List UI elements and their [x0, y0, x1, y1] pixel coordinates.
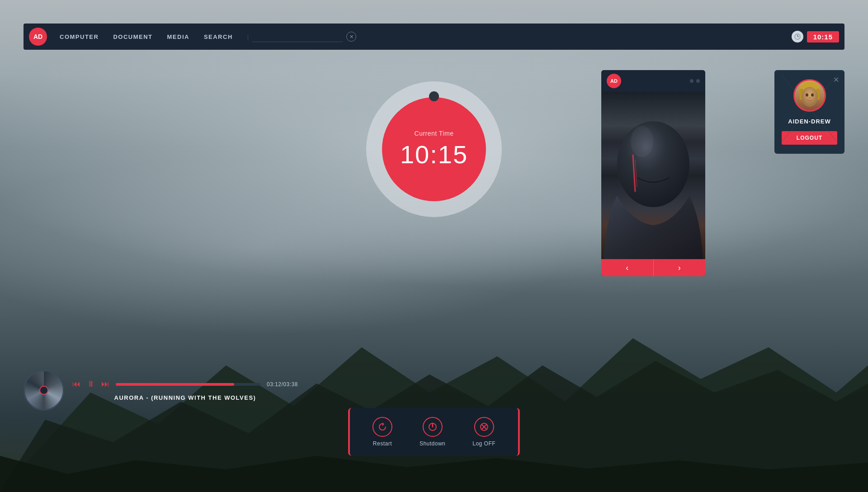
nav-media[interactable]: MEDIA: [167, 33, 189, 40]
viewer-dot-1: [690, 79, 693, 83]
shutdown-icon: [423, 417, 443, 437]
logoff-icon: [474, 417, 494, 437]
logoff-label: Log OFF: [472, 440, 495, 447]
viewer-dot-2: [696, 79, 700, 83]
restart-button[interactable]: Restart: [373, 417, 392, 447]
clock-widget: Current Time 10:15: [362, 77, 506, 222]
svg-marker-6: [382, 422, 384, 426]
progress-bar[interactable]: [116, 383, 260, 386]
restart-svg: [377, 422, 387, 432]
media-player: ⏮ ⏸ ⏭ 03:12/03:38 AURORA - (RUNNING WITH…: [24, 370, 298, 411]
viewer-prev-button[interactable]: ‹: [601, 259, 654, 276]
track-name: AURORA - (RUNNING WITH THE WOLVES): [72, 394, 298, 401]
album-art: [24, 370, 64, 411]
shutdown-label: Shutdown: [420, 440, 445, 447]
svg-point-21: [811, 94, 814, 97]
clock-outer-ring: Current Time 10:15: [366, 81, 502, 217]
svg-point-20: [806, 94, 808, 97]
power-panel: Restart Shutdown Log OFF: [348, 408, 520, 456]
svg-point-13: [631, 126, 653, 157]
time-badge: 10:15: [807, 31, 839, 43]
profile-close-button[interactable]: ✕: [833, 76, 839, 84]
viewer-logo: AD: [607, 74, 621, 88]
time-display: 10:15: [792, 31, 839, 43]
image-viewer: AD: [601, 70, 705, 276]
rewind-button[interactable]: ⏮: [72, 379, 80, 389]
logout-button[interactable]: LOGOUT: [782, 131, 837, 145]
nav-search[interactable]: SEARCH: [204, 33, 233, 40]
svg-point-19: [802, 87, 818, 107]
forward-button[interactable]: ⏭: [101, 379, 109, 389]
profile-avatar: [793, 79, 826, 112]
viewer-image: [601, 92, 705, 259]
clock-indicator-dot: [429, 91, 439, 101]
search-area: | ✕: [247, 31, 383, 42]
nav-computer[interactable]: COMPUTER: [60, 33, 99, 40]
logo-button[interactable]: AD: [29, 28, 47, 46]
logoff-button[interactable]: Log OFF: [472, 417, 495, 447]
restart-icon: [373, 417, 392, 437]
viewer-footer: ‹ ›: [601, 259, 705, 276]
controls-row: ⏮ ⏸ ⏭ 03:12/03:38: [72, 379, 298, 389]
shutdown-svg: [428, 422, 438, 432]
avatar-illustration: [795, 80, 825, 110]
avatar-face: [795, 80, 825, 110]
nav-document[interactable]: DOCUMENT: [113, 33, 152, 40]
helmet-illustration: [601, 92, 705, 259]
viewer-dots: [690, 79, 700, 83]
clock-time: 10:15: [400, 140, 468, 169]
search-clear-button[interactable]: ✕: [346, 32, 356, 42]
topbar: AD COMPUTER DOCUMENT MEDIA SEARCH | ✕ 10…: [24, 24, 844, 50]
svg-point-12: [617, 121, 689, 207]
clock-face: Current Time 10:15: [382, 97, 486, 201]
profile-name: AIDEN-DREW: [788, 118, 831, 125]
search-input[interactable]: [252, 31, 343, 42]
viewer-next-button[interactable]: ›: [654, 259, 706, 276]
svg-point-22: [809, 97, 811, 99]
restart-label: Restart: [373, 440, 392, 447]
time-icon: [792, 31, 803, 43]
viewer-header: AD: [601, 70, 705, 92]
clock-label: Current Time: [415, 130, 454, 137]
shutdown-button[interactable]: Shutdown: [420, 417, 445, 447]
time-info: 03:12/03:38: [267, 381, 298, 388]
user-profile-panel: ✕: [774, 70, 844, 154]
progress-fill: [116, 383, 234, 386]
clock-icon: [794, 33, 801, 40]
logoff-svg: [479, 422, 489, 432]
player-controls: ⏮ ⏸ ⏭ 03:12/03:38 AURORA - (RUNNING WITH…: [72, 379, 298, 401]
pause-button[interactable]: ⏸: [87, 379, 95, 389]
album-center: [39, 386, 48, 395]
nav-menu: COMPUTER DOCUMENT MEDIA SEARCH: [60, 33, 233, 40]
pipe-separator: |: [247, 33, 249, 40]
